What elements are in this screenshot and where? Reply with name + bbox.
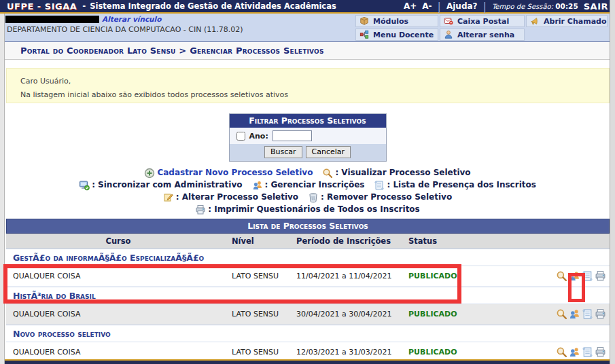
- print-icon[interactable]: [595, 346, 606, 358]
- group-title: Novo processo seletivo: [6, 325, 610, 342]
- teacher-menu-button[interactable]: Menu Docente: [355, 29, 438, 41]
- printer-icon: [195, 204, 206, 215]
- group-title: HistÃ³ria do Brasil: [6, 287, 610, 304]
- filter-panel: Filtrar Processos Seletivos Ano: Buscar …: [229, 113, 387, 162]
- horn-icon: [530, 16, 540, 26]
- logout-button[interactable]: SAIR: [584, 1, 608, 12]
- column-header-nivel: Nível: [230, 234, 295, 249]
- sync-legend-label: : Sincronizar com Administrativo: [92, 179, 242, 191]
- divider: |: [483, 0, 487, 13]
- cell-periodo: 30/04/2021 a 30/04/2021: [295, 304, 407, 325]
- right-page-gutter: [610, 0, 615, 364]
- status-badge: PUBLICADO: [407, 266, 475, 287]
- attendance-icon[interactable]: [582, 308, 593, 320]
- left-page-gutter: [0, 14, 5, 364]
- modules-button[interactable]: Módulos: [355, 15, 438, 27]
- trash-icon: [308, 192, 319, 203]
- view-icon[interactable]: [556, 270, 567, 282]
- column-header-actions: [475, 234, 610, 249]
- footer-navy-bar: [0, 361, 610, 364]
- year-input[interactable]: [273, 130, 312, 141]
- edit-legend-label: : Alterar Processo Seletivo: [176, 192, 298, 203]
- row-actions: [475, 304, 610, 325]
- table-header-row: Curso Nível Período de Inscrições Status: [6, 234, 610, 249]
- font-increase-button[interactable]: A+: [404, 1, 417, 11]
- registrations-icon[interactable]: [569, 270, 580, 282]
- sigaa-page: UFPE - SIGAA - Sistema Integrado de Gest…: [0, 0, 615, 364]
- brand-separator: -: [82, 1, 86, 11]
- filter-title: Filtrar Processos Seletivos: [230, 114, 386, 128]
- cube-icon: [359, 16, 369, 26]
- group-title: GestÃ£o da informaÃ§Ã£o EspecializaÃ§Ã£o: [6, 249, 610, 266]
- scroll-icon: [374, 180, 385, 191]
- attendance-legend-label: : Lista de Presença dos Inscritos: [387, 179, 535, 191]
- column-header-status: Status: [407, 234, 475, 249]
- info-line-2: Na listagem inicial abaixo são exibidos …: [20, 88, 595, 102]
- cell-curso: QUALQUER COISA: [6, 266, 230, 287]
- user-header: Alterar vínculo DEPARTAMENTO DE CIENCIA …: [0, 14, 615, 42]
- divider: |: [438, 0, 441, 13]
- department-label: DEPARTAMENTO DE CIENCIA DA COMPUTACAO - …: [7, 25, 243, 34]
- info-line-1: Caro Usuário,: [20, 75, 595, 88]
- breadcrumb: Portal do Coordenador Lato Sensu > Geren…: [0, 46, 324, 56]
- session-time: 00:25: [555, 2, 578, 10]
- group-row: Novo processo seletivo: [6, 325, 610, 342]
- process-list-table: Lista de Processos Seletivos Curso Nível…: [6, 219, 610, 364]
- group-row: HistÃ³ria do Brasil: [6, 287, 610, 304]
- person-icon: [444, 30, 453, 39]
- year-checkbox[interactable]: [236, 132, 245, 141]
- search-button[interactable]: Buscar: [264, 146, 302, 158]
- row-actions: [475, 266, 610, 287]
- plus-circle-icon: [144, 168, 155, 179]
- year-label: Ano:: [249, 132, 268, 141]
- status-badge: PUBLICADO: [407, 304, 475, 325]
- view-icon[interactable]: [556, 346, 567, 358]
- print-icon[interactable]: [595, 308, 606, 320]
- mail-icon: [444, 16, 453, 26]
- header-buttons: Módulos Caixa Postal Abrir Chamado Menu …: [355, 15, 608, 41]
- table-row: QUALQUER COISA LATO SENSU 30/04/2021 a 3…: [6, 304, 610, 325]
- registrations-icon[interactable]: [569, 346, 580, 358]
- note-pencil-icon: [163, 192, 174, 203]
- column-header-curso: Curso: [6, 234, 230, 249]
- change-bond-link[interactable]: Alterar vínculo: [102, 15, 161, 23]
- brand-logo: UFPE - SIGAA: [7, 1, 77, 12]
- view-icon[interactable]: [556, 308, 567, 320]
- font-decrease-button[interactable]: A-: [422, 1, 432, 11]
- view-legend-label: : Visualizar Processo Seletivo: [335, 167, 470, 179]
- group-row: GestÃ£o da informaÃ§Ã£o EspecializaÃ§Ã£o: [6, 249, 610, 266]
- remove-legend-label: : Remover Processo Seletivo: [321, 192, 452, 203]
- attendance-icon[interactable]: [582, 270, 593, 282]
- create-process-link[interactable]: Cadastrar Novo Processo Seletivo: [157, 167, 313, 179]
- network-icon: [359, 30, 369, 39]
- session-timer-label: Tempo de Sessão: 00:25: [492, 2, 578, 10]
- empty-cell: [526, 29, 608, 41]
- print-icon[interactable]: [595, 270, 606, 282]
- redacted-user-name: [5, 16, 99, 23]
- change-password-button[interactable]: Alterar senha: [440, 29, 525, 41]
- mailbox-button[interactable]: Caixa Postal: [440, 15, 525, 27]
- column-header-periodo: Período de Inscrições: [295, 234, 407, 249]
- system-name: Sistema Integrado de Gestão de Atividade…: [90, 1, 336, 11]
- actions-legend: Cadastrar Novo Processo Seletivo : Visua…: [0, 167, 615, 215]
- attendance-icon[interactable]: [582, 346, 593, 358]
- print-legend-label: : Imprimir Questionários de Todos os Ins…: [208, 204, 420, 215]
- cancel-button[interactable]: Cancelar: [306, 146, 351, 158]
- cell-curso: QUALQUER COISA: [6, 304, 230, 325]
- cell-nivel: LATO SENSU: [230, 304, 295, 325]
- top-bar: UFPE - SIGAA - Sistema Integrado de Gest…: [0, 0, 615, 14]
- magnifier-icon: [322, 168, 333, 179]
- info-message-box: Caro Usuário, Na listagem inicial abaixo…: [6, 68, 610, 103]
- help-link[interactable]: Ajuda?: [446, 1, 478, 11]
- open-ticket-button[interactable]: Abrir Chamado: [526, 15, 608, 27]
- two-persons-icon: [252, 180, 263, 191]
- table-row: QUALQUER COISA LATO SENSU 11/04/2021 a 1…: [6, 266, 610, 287]
- cell-nivel: LATO SENSU: [230, 266, 295, 287]
- monitor-check-icon: [79, 180, 90, 191]
- table-caption: Lista de Processos Seletivos: [6, 219, 610, 234]
- registrations-icon[interactable]: [569, 308, 580, 320]
- cell-periodo: 11/04/2021 a 11/04/2021: [295, 266, 407, 287]
- breadcrumb-bar: Portal do Coordenador Lato Sensu > Geren…: [0, 42, 615, 60]
- registrations-legend-label: : Gerenciar Inscrições: [265, 179, 365, 191]
